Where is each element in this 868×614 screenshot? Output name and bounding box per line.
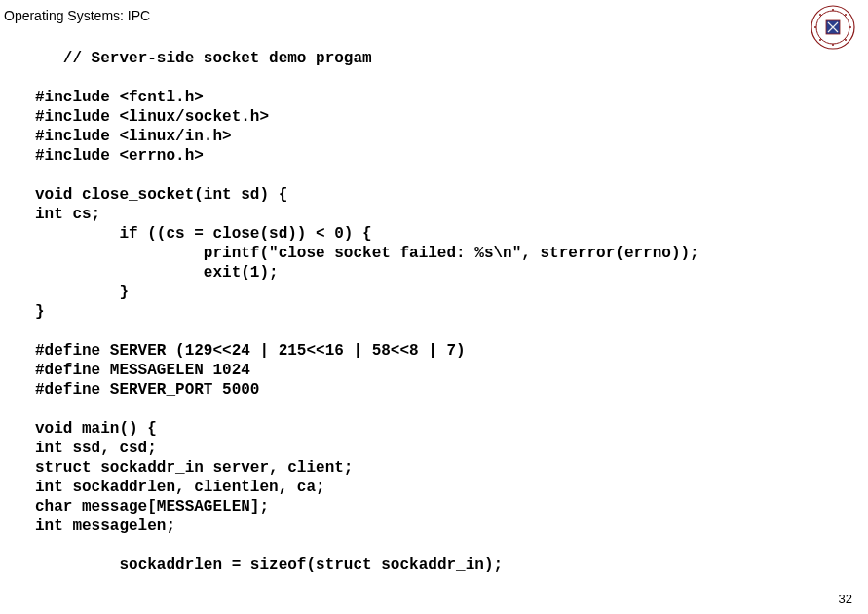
code-line: } [35,284,129,301]
svg-point-3 [832,9,834,11]
code-line: struct sockaddr_in server, client; [35,459,353,477]
code-block: // Server-side socket demo progam #inclu… [35,49,810,575]
slide-number-text: 32 [839,592,852,606]
svg-point-6 [849,26,851,28]
code-line: #define SERVER (129<<24 | 215<<16 | 58<<… [35,342,466,360]
code-line: #include <linux/socket.h> [35,108,269,126]
code-line: // Server-side socket demo progam [35,50,372,67]
svg-point-8 [845,14,847,16]
svg-point-7 [819,14,821,16]
code-line: int sockaddrlen, clientlen, ca; [35,479,325,496]
university-logo [810,4,856,51]
code-line: sockaddrlen = sizeof(struct sockaddr_in)… [35,556,503,574]
svg-point-9 [819,39,821,41]
header-text: Operating Systems: IPC [4,8,150,23]
code-line: #define SERVER_PORT 5000 [35,381,259,399]
code-line: #include <linux/in.h> [35,128,232,145]
svg-point-10 [845,39,847,41]
code-line: void close_socket(int sd) { [35,186,287,204]
svg-point-5 [814,26,816,28]
page-title: Operating Systems: IPC [4,8,150,23]
code-line: exit(1); [35,264,279,282]
code-line: void main() { [35,420,157,438]
code-line: int ssd, csd; [35,440,157,457]
code-line: int cs; [35,206,100,223]
code-line: #define MESSAGELEN 1024 [35,362,250,379]
svg-point-4 [832,44,834,46]
code-line: char message[MESSAGELEN]; [35,498,269,516]
code-line: if ((cs = close(sd)) < 0) { [35,225,372,243]
code-line: int messagelen; [35,518,175,535]
slide-number: 32 [839,592,852,606]
code-line: } [35,303,45,321]
code-line: #include <errno.h> [35,147,204,165]
code-line: #include <fcntl.h> [35,89,204,106]
code-line: printf("close socket failed: %s\n", stre… [35,245,699,262]
crest-icon [810,4,856,51]
